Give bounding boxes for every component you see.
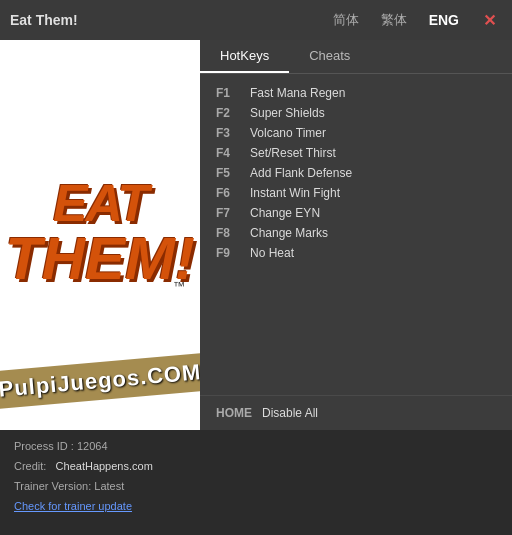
- main-content: EAT THEM! ™ PulpiJuegos.COM HotKeys Chea…: [0, 40, 512, 430]
- hotkey-label-f7: Change EYN: [250, 206, 320, 220]
- hotkey-key-f2: F2: [216, 106, 240, 120]
- hotkey-label-f6: Instant Win Fight: [250, 186, 340, 200]
- hotkey-key-f6: F6: [216, 186, 240, 200]
- hotkey-key-f8: F8: [216, 226, 240, 240]
- home-key: HOME: [216, 406, 252, 420]
- lang-simplified[interactable]: 简体: [329, 9, 363, 31]
- tab-hotkeys[interactable]: HotKeys: [200, 40, 289, 73]
- process-label: Process ID :: [14, 440, 74, 452]
- process-value: 12064: [77, 440, 108, 452]
- trainer-version-value: Latest: [94, 480, 124, 492]
- close-button[interactable]: ✕: [477, 9, 502, 32]
- hotkey-item: F1 Fast Mana Regen: [216, 86, 496, 100]
- hotkey-item: F7 Change EYN: [216, 206, 496, 220]
- hotkey-key-f9: F9: [216, 246, 240, 260]
- language-controls: 简体 繁体 ENG ✕: [329, 9, 502, 32]
- hotkey-label-f4: Set/Reset Thirst: [250, 146, 336, 160]
- right-panel: HotKeys Cheats F1 Fast Mana Regen F2 Sup…: [200, 40, 512, 430]
- hotkey-label-f9: No Heat: [250, 246, 294, 260]
- hotkey-label-f1: Fast Mana Regen: [250, 86, 345, 100]
- hotkey-label-f8: Change Marks: [250, 226, 328, 240]
- process-id-row: Process ID : 12064: [14, 440, 498, 452]
- logo-line2: THEM!: [5, 229, 195, 289]
- tabs-bar: HotKeys Cheats: [200, 40, 512, 74]
- hotkey-key-f7: F7: [216, 206, 240, 220]
- hotkey-item: F6 Instant Win Fight: [216, 186, 496, 200]
- hotkey-item: F2 Super Shields: [216, 106, 496, 120]
- game-image-panel: EAT THEM! ™ PulpiJuegos.COM: [0, 40, 200, 430]
- hotkeys-list: F1 Fast Mana Regen F2 Super Shields F3 V…: [200, 74, 512, 395]
- tab-cheats[interactable]: Cheats: [289, 40, 370, 73]
- credit-row: Credit: CheatHappens.com: [14, 460, 498, 472]
- credit-label: Credit:: [14, 460, 46, 472]
- lang-english[interactable]: ENG: [425, 10, 463, 30]
- hotkey-label-f3: Volcano Timer: [250, 126, 326, 140]
- lang-traditional[interactable]: 繁体: [377, 9, 411, 31]
- hotkey-label-f2: Super Shields: [250, 106, 325, 120]
- title-bar: Eat Them! 简体 繁体 ENG ✕: [0, 0, 512, 40]
- hotkey-key-f1: F1: [216, 86, 240, 100]
- hotkey-item: F3 Volcano Timer: [216, 126, 496, 140]
- hotkey-item: F5 Add Flank Defense: [216, 166, 496, 180]
- hotkey-item: F8 Change Marks: [216, 226, 496, 240]
- bottom-info: Process ID : 12064 Credit: CheatHappens.…: [0, 430, 512, 535]
- credit-value: CheatHappens.com: [56, 460, 153, 472]
- home-item: HOME Disable All: [216, 406, 496, 420]
- hotkey-label-f5: Add Flank Defense: [250, 166, 352, 180]
- home-label: Disable All: [262, 406, 318, 420]
- hotkey-item: F9 No Heat: [216, 246, 496, 260]
- app-title: Eat Them!: [10, 12, 329, 28]
- home-section: HOME Disable All: [200, 395, 512, 430]
- logo-line1: EAT: [53, 177, 147, 229]
- hotkey-item: F4 Set/Reset Thirst: [216, 146, 496, 160]
- hotkey-key-f3: F3: [216, 126, 240, 140]
- trainer-version-row: Trainer Version: Latest: [14, 480, 498, 492]
- trainer-version-label: Trainer Version:: [14, 480, 91, 492]
- hotkey-key-f5: F5: [216, 166, 240, 180]
- hotkey-key-f4: F4: [216, 146, 240, 160]
- update-link[interactable]: Check for trainer update: [14, 500, 132, 512]
- game-logo: EAT THEM! ™: [15, 95, 185, 375]
- logo-tm: ™: [173, 279, 185, 293]
